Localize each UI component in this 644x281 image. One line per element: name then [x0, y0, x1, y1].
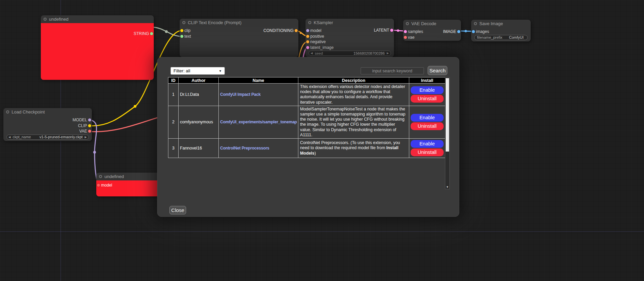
- extensions-table-body: 1Dr.Lt.DataComfyUI Impact PackThis exten…: [168, 84, 445, 158]
- collapse-dot-icon[interactable]: [474, 22, 477, 25]
- node-body: images filename_prefix ComfyUI: [471, 28, 531, 40]
- node-title: undefined: [104, 174, 124, 179]
- extension-link[interactable]: ComfyUI_experiments/sampler_tonemap: [220, 120, 297, 124]
- enable-button[interactable]: Enable: [411, 140, 444, 148]
- slot-dot-positive[interactable]: [306, 35, 309, 38]
- output-slot-vae[interactable]: VAE: [3, 128, 92, 134]
- extension-actions: EnableUninstall: [409, 84, 445, 106]
- slot-dot-images[interactable]: [472, 30, 475, 33]
- filter-dropdown[interactable]: Filter: all ▼: [170, 67, 225, 75]
- output-slot-latent[interactable]: LATENT: [306, 28, 394, 33]
- node-graph-canvas[interactable]: undefined STRING CLIP Text Encode (Promp…: [0, 0, 644, 281]
- slot-dot-model[interactable]: [97, 184, 100, 187]
- node-error-bottom[interactable]: undefined model: [96, 173, 159, 196]
- node-header[interactable]: KSampler: [306, 19, 394, 27]
- node-title: Save Image: [479, 21, 503, 26]
- link-midpoint-dot: [165, 30, 168, 33]
- input-slot-vae[interactable]: vae: [403, 35, 461, 40]
- node-load-checkpoint[interactable]: Load Checkpoint MODEL CLIP VAE ◀ ckpt_na…: [3, 108, 92, 141]
- link-midpoint-dot: [465, 30, 467, 32]
- column-header-name: Name: [219, 77, 298, 84]
- extension-link[interactable]: ControlNet Preprocessors: [220, 146, 269, 151]
- output-slot-conditioning[interactable]: CONDITIONING: [180, 28, 298, 34]
- extension-id: 3: [168, 139, 179, 158]
- extension-author: Fannovel16: [179, 139, 219, 158]
- slot-dot-negative[interactable]: [306, 40, 309, 43]
- extension-row: 3Fannovel16ControlNet PreprocessorsContr…: [168, 139, 445, 158]
- node-header[interactable]: Save Image: [471, 20, 531, 28]
- input-slot-images[interactable]: images: [471, 29, 531, 35]
- link-midpoint-dot: [397, 30, 399, 32]
- slot-dot-latent-image[interactable]: [306, 46, 309, 49]
- extension-actions: EnableUninstall: [409, 139, 445, 158]
- extension-link[interactable]: ComfyUI Impact Pack: [220, 92, 261, 97]
- node-error-top[interactable]: undefined STRING: [41, 15, 154, 80]
- table-header-row: ID Author Name Description Install: [168, 77, 445, 84]
- slot-dot-latent[interactable]: [390, 29, 393, 32]
- node-header[interactable]: undefined: [41, 15, 154, 23]
- node-body: MODEL CLIP VAE ◀ ckpt_name v1-5-pruned-e…: [3, 116, 92, 140]
- slot-dot-conditioning[interactable]: [295, 29, 298, 32]
- uninstall-button[interactable]: Uninstall: [411, 122, 444, 130]
- seed-widget[interactable]: ◀ seed 156680208700286 ▶: [309, 51, 391, 56]
- node-clip-text-encode[interactable]: CLIP Text Encode (Prompt) clip text COND…: [180, 19, 298, 57]
- output-slot-clip[interactable]: CLIP: [3, 123, 92, 129]
- node-body: STRING: [41, 23, 154, 80]
- decrement-arrow-icon[interactable]: ◀: [9, 136, 11, 139]
- collapse-dot-icon[interactable]: [308, 21, 311, 24]
- scrollbar[interactable]: ▼: [445, 77, 450, 189]
- output-slot-model[interactable]: MODEL: [3, 117, 92, 123]
- output-slot-string[interactable]: STRING: [41, 31, 154, 37]
- slot-dot-string[interactable]: [150, 32, 153, 35]
- increment-arrow-icon[interactable]: ▶: [387, 52, 389, 55]
- filename-prefix-widget[interactable]: filename_prefix ComfyUI: [474, 35, 528, 40]
- slot-dot-vae[interactable]: [404, 36, 407, 39]
- decrement-arrow-icon[interactable]: ◀: [311, 52, 313, 55]
- link-vae[interactable]: [90, 117, 160, 132]
- collapse-dot-icon[interactable]: [182, 21, 185, 24]
- node-header[interactable]: CLIP Text Encode (Prompt): [180, 19, 298, 27]
- slot-dot-vae[interactable]: [88, 130, 91, 133]
- extension-row: 2comfyanonymousComfyUI_experiments/sampl…: [168, 106, 445, 138]
- node-title: undefined: [49, 17, 68, 22]
- custom-nodes-manager-dialog: Filter: all ▼ Search ID Author Name Desc…: [157, 57, 459, 217]
- uninstall-button[interactable]: Uninstall: [411, 95, 444, 103]
- enable-button[interactable]: Enable: [411, 114, 444, 122]
- collapse-dot-icon[interactable]: [6, 110, 9, 113]
- uninstall-button[interactable]: Uninstall: [411, 148, 444, 156]
- node-title: CLIP Text Encode (Prompt): [188, 20, 242, 25]
- node-vae-decode[interactable]: VAE Decode samples vae IMAGE: [403, 20, 461, 41]
- increment-arrow-icon[interactable]: ▶: [85, 136, 87, 139]
- input-slot-negative[interactable]: negative: [306, 39, 394, 45]
- extension-name-cell: ComfyUI Impact Pack: [219, 84, 298, 106]
- node-header[interactable]: VAE Decode: [403, 20, 461, 28]
- slot-dot-model[interactable]: [88, 119, 91, 122]
- input-slot-positive[interactable]: positive: [306, 34, 394, 39]
- collapse-dot-icon[interactable]: [44, 18, 47, 21]
- column-header-description: Description: [298, 77, 409, 84]
- scroll-down-arrow-icon[interactable]: ▼: [445, 186, 449, 189]
- enable-button[interactable]: Enable: [411, 86, 444, 94]
- link-midpoint-dot: [134, 105, 136, 108]
- scrollbar-thumb[interactable]: [446, 78, 449, 152]
- node-save-image[interactable]: Save Image images filename_prefix ComfyU…: [471, 20, 531, 41]
- slot-dot-text[interactable]: [180, 35, 183, 38]
- collapse-dot-icon[interactable]: [406, 22, 409, 25]
- slot-dot-clip[interactable]: [88, 124, 91, 127]
- node-header[interactable]: Load Checkpoint: [3, 108, 92, 116]
- node-ksampler[interactable]: KSampler model positive negative latent_…: [306, 19, 394, 57]
- node-title: Load Checkpoint: [12, 109, 45, 115]
- output-slot-image[interactable]: IMAGE: [403, 29, 461, 35]
- extension-id: 2: [168, 106, 179, 138]
- ckpt-name-widget[interactable]: ◀ ckpt_name v1-5-pruned-emaonly.ckpt ▶: [6, 135, 89, 140]
- node-header[interactable]: undefined: [96, 173, 159, 180]
- collapse-dot-icon[interactable]: [99, 175, 102, 178]
- search-input[interactable]: [361, 67, 424, 74]
- extension-author: comfyanonymous: [179, 106, 219, 138]
- search-button[interactable]: Search: [428, 66, 447, 75]
- input-slot-text[interactable]: text: [180, 34, 298, 39]
- slot-dot-image[interactable]: [457, 30, 460, 33]
- close-button[interactable]: Close: [169, 206, 186, 214]
- input-slot-model[interactable]: model: [96, 182, 159, 188]
- input-slot-latent-image[interactable]: latent_image: [306, 45, 394, 51]
